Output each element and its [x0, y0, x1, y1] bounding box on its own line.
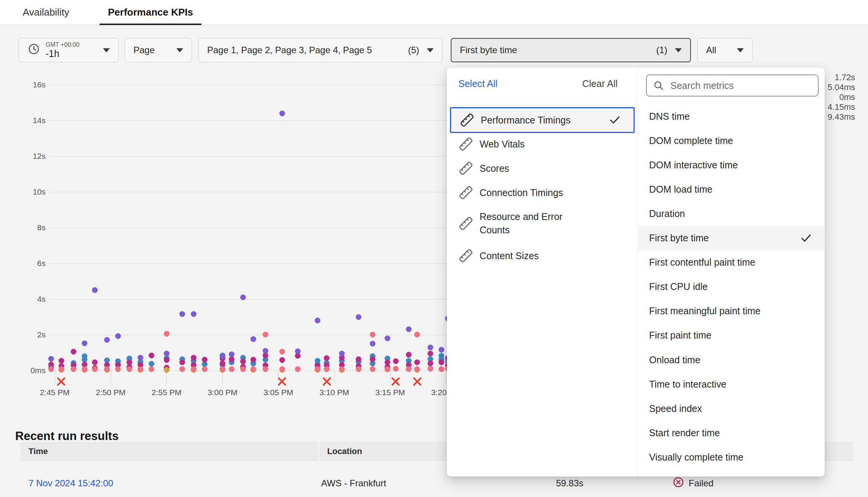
hover-value: 4.15ms [828, 102, 855, 112]
run-time-link[interactable]: 7 Nov 2024 15:42:00 [29, 473, 113, 493]
metric-item-start-render-time[interactable]: Start render time [638, 421, 825, 445]
metric-item-onload-time[interactable]: Onload time [638, 348, 825, 372]
metric-item-dom-interactive-time[interactable]: DOM interactive time [638, 153, 825, 177]
category-label: Connection Timings [480, 186, 582, 199]
data-point-salmon [414, 332, 420, 337]
metric-label: First CPU idle [649, 281, 708, 292]
time-range-value: -1h [46, 48, 79, 59]
clear-all-link[interactable]: Clear All [582, 78, 618, 89]
data-point-purple [295, 348, 301, 354]
metric-filter-count: (1) [656, 45, 667, 55]
data-point-salmon [370, 332, 375, 337]
data-point-purple [315, 318, 320, 323]
chevron-down-icon [427, 48, 434, 52]
tab-availability[interactable]: Availability [17, 0, 75, 25]
data-point-salmon [59, 366, 64, 372]
data-point-purple [48, 356, 54, 362]
y-axis-tick-label: 16s [13, 80, 46, 89]
data-point-blue [149, 361, 154, 367]
data-point-purple [138, 355, 143, 361]
metric-label: Visually complete time [649, 452, 743, 463]
scope-filter-dropdown[interactable]: All [697, 38, 752, 62]
metric-item-first-cpu-idle[interactable]: First CPU idle [638, 275, 825, 299]
data-point-purple [279, 111, 285, 116]
metric-item-speed-index[interactable]: Speed index [638, 396, 825, 421]
data-point-purple [104, 337, 110, 343]
metric-label: DOM complete time [649, 135, 733, 146]
data-point-salmon [263, 332, 268, 337]
data-point-salmon [385, 366, 390, 372]
data-point-salmon [279, 349, 285, 355]
data-point-purple [164, 351, 169, 356]
data-point-magenta [428, 361, 433, 366]
data-point-magenta [393, 358, 399, 364]
data-point-salmon [229, 366, 234, 372]
ruler-icon [458, 161, 474, 176]
metric-label: First paint time [649, 330, 711, 341]
data-point-salmon [240, 366, 246, 372]
data-point-salmon [370, 366, 375, 372]
metric-item-dom-complete-time[interactable]: DOM complete time [638, 128, 825, 153]
metric-filter-dropdown[interactable]: First byte time (1) [451, 38, 691, 62]
category-item-performance-timings[interactable]: Performance Timings [450, 107, 635, 133]
column-header-time[interactable]: Time [21, 442, 318, 461]
category-item-connection-timings[interactable]: Connection Timings [447, 181, 638, 204]
select-all-link[interactable]: Select All [458, 78, 497, 89]
data-point-purple [428, 345, 433, 350]
x-axis-tick-label: 2:45 PM [28, 388, 81, 397]
data-point-purple [229, 351, 234, 357]
metric-item-time-to-interactive[interactable]: Time to interactive [638, 372, 825, 396]
ruler-icon [459, 112, 475, 128]
metric-item-visually-complete-time[interactable]: Visually complete time [638, 445, 825, 469]
ruler-icon [458, 136, 474, 152]
x-axis-tick-label: 3:00 PM [196, 388, 249, 397]
metric-label: DOM interactive time [649, 160, 738, 171]
hover-value: 5.04ms [828, 82, 855, 92]
chevron-down-icon [737, 48, 744, 52]
data-point-salmon [104, 366, 110, 372]
run-status-badge: Failed [673, 473, 713, 493]
pages-filter-dropdown[interactable]: Page 1, Page 2, Page 3, Page 4, Page 5 (… [198, 38, 442, 62]
data-point-magenta [149, 353, 154, 358]
data-point-salmon [295, 366, 301, 372]
category-item-content-sizes[interactable]: Content Sizes [447, 244, 638, 267]
data-point-salmon [250, 366, 256, 372]
metric-label: Speed index [649, 403, 702, 414]
data-point-salmon [92, 366, 98, 372]
category-item-scores[interactable]: Scores [447, 157, 638, 180]
group-by-dropdown[interactable]: Page [125, 38, 192, 62]
ruler-icon [458, 185, 474, 200]
search-metrics-input[interactable] [670, 80, 813, 92]
x-axis-tick [111, 371, 111, 383]
group-by-value: Page [133, 45, 155, 55]
data-point-salmon [315, 366, 320, 372]
metric-item-first-byte-time[interactable]: First byte time [638, 226, 825, 250]
x-axis-tick-label: 3:10 PM [308, 388, 361, 397]
category-item-web-vitals[interactable]: Web Vitals [447, 132, 638, 156]
data-point-magenta [414, 359, 420, 365]
category-item-resource-and-error-counts[interactable]: Resource and Error Counts [447, 203, 638, 244]
data-point-magenta [59, 358, 64, 364]
failed-run-marker-icon [412, 377, 422, 386]
hover-value: 0ms [828, 92, 855, 102]
data-point-purple [82, 340, 87, 346]
metric-item-duration[interactable]: Duration [638, 201, 825, 226]
metric-item-dom-load-time[interactable]: DOM load time [638, 177, 825, 201]
pages-filter-count: (5) [408, 45, 419, 55]
failed-run-marker-icon [277, 377, 287, 386]
metric-item-first-paint-time[interactable]: First paint time [638, 323, 825, 348]
data-point-magenta [202, 357, 207, 362]
tab-performance-kpis[interactable]: Performance KPIs [100, 0, 201, 25]
data-point-purple [220, 353, 225, 359]
metric-item-first-meaningful-paint-time[interactable]: First meaningful paint time [638, 299, 825, 323]
data-point-purple [339, 351, 345, 356]
data-point-purple [240, 294, 246, 300]
data-point-salmon [324, 366, 329, 372]
y-axis-tick-label: 12s [13, 152, 46, 161]
data-point-salmon [164, 331, 169, 337]
time-range-dropdown[interactable]: GMT +00:00 -1h [19, 38, 119, 62]
metric-item-first-contentful-paint-time[interactable]: First contentful paint time [638, 250, 825, 275]
metric-item-dns-time[interactable]: DNS time [638, 104, 825, 128]
data-point-magenta [240, 359, 246, 364]
y-axis-tick-label: 8s [13, 223, 46, 232]
